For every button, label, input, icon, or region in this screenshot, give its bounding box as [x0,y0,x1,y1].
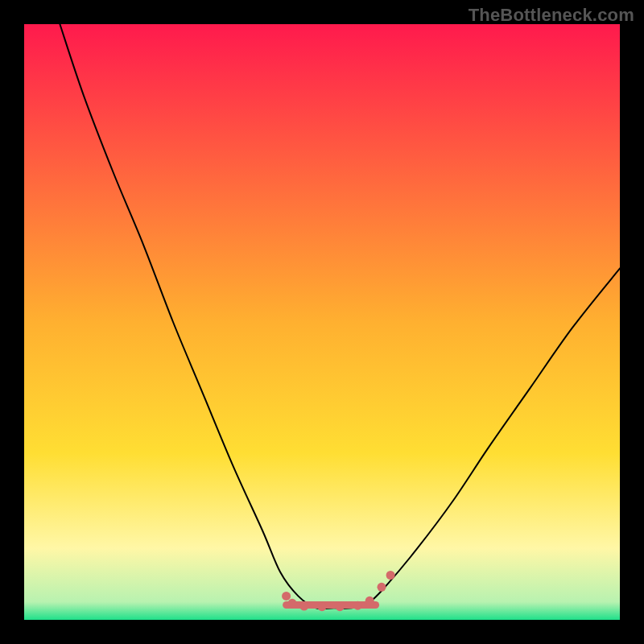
highlight-dot [365,597,374,605]
highlight-dot [318,602,327,611]
chart-svg [24,24,620,620]
chart-plot [24,24,620,620]
highlight-dot [378,583,386,592]
highlight-dot [386,571,395,580]
gradient-background [24,24,620,620]
highlight-dot [288,599,297,608]
highlight-dot [282,592,291,601]
highlight-dot [299,602,308,611]
highlight-dot [353,601,362,610]
chart-frame: TheBottleneck.com [0,0,644,644]
highlight-dot [336,602,345,611]
watermark-text: TheBottleneck.com [469,5,634,26]
